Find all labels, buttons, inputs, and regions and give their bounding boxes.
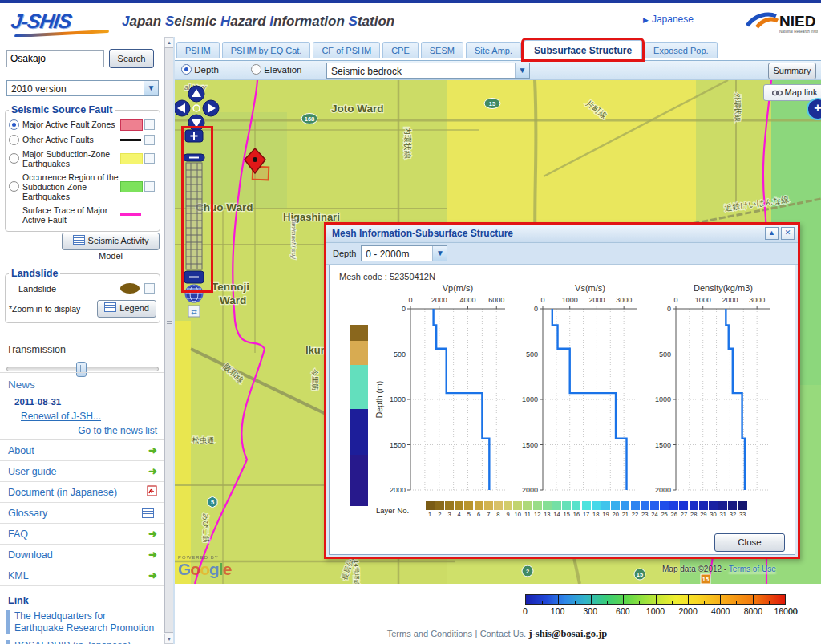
nied-logo-graphic: NIED National Research Institute for Ear… xyxy=(744,8,818,37)
slider-handle[interactable] xyxy=(76,362,87,377)
radio-button[interactable] xyxy=(9,153,19,164)
map-label: Ward xyxy=(220,294,246,306)
search-input[interactable] xyxy=(6,50,104,67)
layer-color-swatch xyxy=(631,501,640,510)
svg-text:500: 500 xyxy=(394,350,406,358)
layer-select[interactable]: Seismic bedrock ▼ xyxy=(326,63,530,79)
sidebar-item-label: User guide xyxy=(8,466,56,477)
language-link[interactable]: ▶Japanese xyxy=(643,14,694,25)
layer-legend-item: 10 xyxy=(513,501,523,518)
layer-legend-item: 2 xyxy=(435,501,444,518)
transmission-control: Transmission xyxy=(6,344,159,371)
close-icon[interactable]: ✕ xyxy=(781,227,795,240)
layer-checkbox[interactable] xyxy=(144,119,155,130)
radio-icon[interactable] xyxy=(251,64,261,75)
layer-color-swatch xyxy=(621,501,629,510)
collapse-button[interactable]: ▲ xyxy=(765,227,779,240)
radio-icon[interactable] xyxy=(181,64,192,75)
search-button[interactable]: Search xyxy=(109,49,154,68)
layer-checkbox[interactable] xyxy=(144,153,155,164)
radio-button[interactable] xyxy=(9,181,19,192)
layer-number: 25 xyxy=(660,511,669,518)
tab-pshm[interactable]: PSHM xyxy=(176,42,220,58)
map-label: 今里筋 xyxy=(311,369,319,391)
tab-cpe[interactable]: CPE xyxy=(382,42,419,58)
map-controls-bar: Depth Elevation Seismic bedrock ▼ Summar… xyxy=(175,61,821,80)
depth-radio[interactable]: Depth xyxy=(181,64,219,75)
layer-color-swatch xyxy=(543,501,552,510)
layer-checkbox[interactable] xyxy=(144,135,155,145)
terms-of-use-link[interactable]: Terms of Use xyxy=(729,565,776,573)
news-list-link[interactable]: Go to the news list xyxy=(78,425,157,436)
profile-charts: 02000400060000500100015002000Vp(m/s)Dept… xyxy=(330,281,795,498)
layer-color-swatch xyxy=(533,501,542,510)
scale-tick-label: 300 xyxy=(583,606,597,616)
list-icon xyxy=(73,235,85,245)
external-link[interactable]: The Headquarters for Earthquake Research… xyxy=(14,610,157,634)
tab-exposed-pop[interactable]: Exposed Pop. xyxy=(645,42,718,58)
layer-number: 32 xyxy=(728,511,738,518)
sidebar-item-glossary[interactable]: Glossary xyxy=(0,503,164,524)
sidebar-item-about[interactable]: About➜ xyxy=(0,440,164,461)
svg-text:0: 0 xyxy=(402,305,406,313)
sidebar-item-kml[interactable]: KML➜ xyxy=(0,565,164,586)
nied-logo[interactable]: NIED National Research Institute for Ear… xyxy=(744,8,818,37)
tab-subsurface-structure[interactable]: Subsurface Structure xyxy=(524,40,642,59)
tab-site-amp[interactable]: Site Amp. xyxy=(466,42,521,58)
close-button[interactable]: Close xyxy=(714,533,785,552)
sidebar-item-faq[interactable]: FAQ➜ xyxy=(0,524,164,545)
dialog-title-bar[interactable]: Mesh Information-Subsurface Structure ▲ … xyxy=(326,225,798,243)
elevation-radio[interactable]: Elevation xyxy=(251,64,302,75)
version-select[interactable]: 2010 version ▼ xyxy=(6,80,159,96)
link-item[interactable]: BOSAI-DRIP (in Japanese) xyxy=(6,640,157,644)
radio-button[interactable] xyxy=(9,119,19,130)
layer-checkbox[interactable] xyxy=(144,181,155,192)
terms-link[interactable]: Terms and Conditions xyxy=(387,629,472,638)
layer-color-swatch xyxy=(513,501,522,510)
depth-range-value: 0 - 2000m xyxy=(366,249,409,260)
sidebar-item-download[interactable]: Download➜ xyxy=(0,545,164,565)
tab-pshm-by-eq-cat[interactable]: PSHM by EQ Cat. xyxy=(222,42,311,58)
layer-number: 12 xyxy=(532,511,542,518)
layer-color-swatch xyxy=(699,501,708,510)
link-item[interactable]: The Headquarters for Earthquake Research… xyxy=(6,610,157,634)
sidebar-item-user-guide[interactable]: User guide➜ xyxy=(0,461,164,482)
fault-item-label: Major Subduction-Zone Earthquakes xyxy=(22,149,120,168)
transmission-slider[interactable] xyxy=(6,367,159,371)
layer-color-swatch xyxy=(709,501,718,510)
landslide-checkbox[interactable] xyxy=(144,283,155,294)
title-word: Seismic xyxy=(165,14,216,29)
layer-legend-item: 22 xyxy=(630,501,640,518)
layer-color-swatch xyxy=(611,501,620,510)
search-row: Search xyxy=(6,50,159,69)
layer-color-swatch xyxy=(435,501,444,510)
tab-sesm[interactable]: SESM xyxy=(421,42,463,58)
globe-button[interactable] xyxy=(186,286,203,302)
layer-number: 14 xyxy=(552,511,561,518)
layer-legend-item: 8 xyxy=(493,501,503,518)
layer-color-swatch xyxy=(582,501,591,510)
tab-cf-of-pshm[interactable]: CF of PSHM xyxy=(313,42,380,58)
external-link[interactable]: BOSAI-DRIP (in Japanese) xyxy=(14,640,131,644)
layer-number: 5 xyxy=(464,511,474,518)
layer-number: 15 xyxy=(562,511,572,518)
svg-text:500: 500 xyxy=(659,350,671,358)
mesh-info-dialog: Mesh Information-Subsurface Structure ▲ … xyxy=(324,222,800,559)
layer-color-swatch xyxy=(464,501,473,510)
map-label: 松虫通 xyxy=(192,436,214,444)
radio-button[interactable] xyxy=(9,135,19,145)
sidebar-item-document-in-japanese[interactable]: Document (in Japanese) xyxy=(0,482,164,503)
zoom-ladder[interactable] xyxy=(186,163,202,269)
seismic-activity-model-button[interactable]: Seismic Activity Model xyxy=(62,233,160,250)
depth-range-select[interactable]: 0 - 2000m ▼ xyxy=(361,245,447,261)
title-word: Information xyxy=(269,14,345,29)
legend-button[interactable]: Legend xyxy=(97,300,156,318)
summary-button[interactable]: Summary xyxy=(768,63,816,79)
news-item-link[interactable]: Renewal of J-SH... xyxy=(21,411,101,422)
svg-text:0: 0 xyxy=(534,305,538,313)
svg-text:15: 15 xyxy=(702,576,709,583)
fault-item: Major Active Fault Zones xyxy=(9,117,156,132)
svg-text:1000: 1000 xyxy=(562,296,578,304)
jshis-logo[interactable]: J-SHIS xyxy=(11,10,111,34)
layer-color-swatch xyxy=(504,501,512,510)
